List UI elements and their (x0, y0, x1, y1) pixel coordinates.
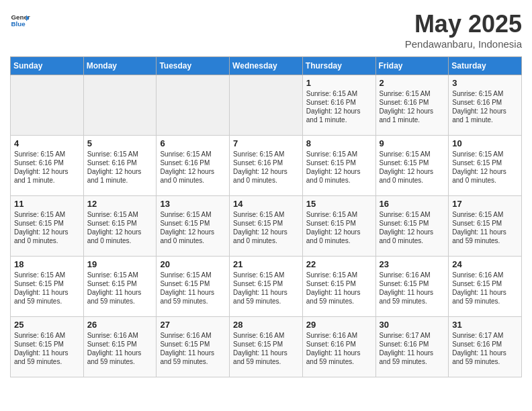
day-number: 17 (452, 199, 518, 209)
day-number: 2 (380, 78, 445, 88)
cell-info-line: Sunset: 6:16 PM (233, 158, 299, 167)
cell-info-line: Sunrise: 6:15 AM (160, 271, 226, 279)
cell-info-line: Daylight: 12 hours (233, 167, 299, 176)
logo-icon: General Blue (10, 10, 30, 30)
cell-info-line: and 0 minutes. (380, 176, 445, 185)
cell-info-line: and 59 minutes. (452, 236, 518, 245)
day-number: 20 (160, 259, 226, 269)
cell-info-line: and 1 minute. (14, 176, 80, 185)
calendar-cell: 29Sunrise: 6:16 AMSunset: 6:16 PMDayligh… (302, 317, 375, 377)
cell-info-line: Sunset: 6:15 PM (87, 219, 153, 228)
cell-info-line: Sunset: 6:16 PM (160, 158, 226, 167)
cell-info-line: Daylight: 11 hours (380, 349, 445, 357)
cell-info-line: and 59 minutes. (160, 297, 226, 306)
cell-info-line: Sunset: 6:15 PM (14, 219, 80, 228)
day-number: 19 (87, 259, 153, 269)
cell-info-line: Sunset: 6:15 PM (14, 340, 80, 349)
cell-info-line: and 0 minutes. (380, 236, 445, 245)
cell-info-line: Sunrise: 6:15 AM (14, 150, 80, 158)
cell-info-line: Daylight: 11 hours (160, 288, 226, 297)
cell-info-line: Daylight: 12 hours (380, 167, 445, 176)
day-number: 22 (306, 259, 372, 269)
calendar-cell: 24Sunrise: 6:16 AMSunset: 6:15 PMDayligh… (449, 257, 522, 317)
cell-info-line: and 59 minutes. (233, 357, 299, 366)
cell-info-line: Sunset: 6:16 PM (14, 158, 80, 167)
cell-info-line: Sunrise: 6:15 AM (306, 271, 372, 279)
cell-info-line: Sunset: 6:15 PM (160, 279, 226, 288)
cell-info-line: Sunset: 6:15 PM (87, 279, 153, 288)
cell-info-line: Sunset: 6:15 PM (233, 279, 299, 288)
cell-info-line: Daylight: 11 hours (233, 288, 299, 297)
cell-info-line: Sunrise: 6:15 AM (452, 210, 518, 219)
cell-info-line: and 0 minutes. (87, 236, 153, 245)
cell-info-line: and 1 minute. (380, 116, 445, 124)
calendar-cell: 16Sunrise: 6:15 AMSunset: 6:15 PMDayligh… (375, 196, 449, 257)
cell-info-line: and 59 minutes. (160, 357, 226, 366)
cell-info-line: Daylight: 11 hours (14, 349, 80, 357)
cell-info-line: Sunrise: 6:15 AM (160, 150, 226, 158)
cell-info-line: Sunset: 6:16 PM (380, 98, 445, 107)
cell-info-line: Sunrise: 6:15 AM (380, 210, 445, 219)
cell-info-line: Sunset: 6:15 PM (87, 340, 153, 349)
cell-info-line: Sunset: 6:15 PM (14, 279, 80, 288)
logo: General Blue (10, 10, 30, 30)
cell-info-line: Sunset: 6:16 PM (87, 158, 153, 167)
day-number: 4 (14, 138, 80, 148)
calendar-cell: 8Sunrise: 6:15 AMSunset: 6:15 PMDaylight… (302, 136, 375, 196)
cell-info-line: Sunrise: 6:16 AM (452, 271, 518, 279)
cell-info-line: Sunset: 6:15 PM (380, 158, 445, 167)
day-number: 5 (87, 138, 153, 148)
cell-info-line: and 0 minutes. (306, 236, 372, 245)
cell-info-line: Daylight: 12 hours (306, 167, 372, 176)
cell-info-line: Daylight: 11 hours (380, 288, 445, 297)
cell-info-line: Sunset: 6:15 PM (306, 279, 372, 288)
calendar-cell: 10Sunrise: 6:15 AMSunset: 6:15 PMDayligh… (449, 136, 522, 196)
cell-info-line: Daylight: 12 hours (452, 167, 518, 176)
calendar-cell: 15Sunrise: 6:15 AMSunset: 6:15 PMDayligh… (302, 196, 375, 257)
cell-info-line: and 0 minutes. (306, 176, 372, 185)
day-number: 1 (306, 78, 372, 88)
cell-info-line: Sunrise: 6:15 AM (233, 210, 299, 219)
cell-info-line: Sunset: 6:15 PM (306, 219, 372, 228)
day-number: 24 (452, 259, 518, 269)
cell-info-line: Sunrise: 6:15 AM (233, 271, 299, 279)
cell-info-line: Sunrise: 6:15 AM (87, 210, 153, 219)
cell-info-line: and 1 minute. (306, 116, 372, 124)
day-number: 29 (306, 320, 372, 330)
cell-info-line: and 59 minutes. (87, 297, 153, 306)
calendar-cell: 18Sunrise: 6:15 AMSunset: 6:15 PMDayligh… (11, 257, 84, 317)
cell-info-line: Daylight: 11 hours (452, 288, 518, 297)
calendar-cell (83, 75, 157, 136)
cell-info-line: Sunrise: 6:16 AM (233, 331, 299, 340)
calendar-cell: 5Sunrise: 6:15 AMSunset: 6:16 PMDaylight… (83, 136, 157, 196)
day-number: 13 (160, 199, 226, 209)
svg-text:Blue: Blue (11, 20, 26, 28)
cell-info-line: Sunset: 6:15 PM (380, 219, 445, 228)
day-number: 31 (452, 320, 518, 330)
cell-info-line: and 0 minutes. (233, 176, 299, 185)
calendar-cell: 23Sunrise: 6:16 AMSunset: 6:15 PMDayligh… (375, 257, 449, 317)
title-block: May 2025 Pendawanbaru, Indonesia (405, 10, 522, 50)
calendar-cell (157, 75, 230, 136)
day-number: 15 (306, 199, 372, 209)
day-number: 25 (14, 320, 80, 330)
cell-info-line: and 59 minutes. (87, 357, 153, 366)
col-header-sunday: Sunday (11, 57, 84, 75)
day-number: 18 (14, 259, 80, 269)
col-header-monday: Monday (83, 57, 157, 75)
cell-info-line: Sunrise: 6:15 AM (452, 89, 518, 98)
cell-info-line: Daylight: 12 hours (87, 167, 153, 176)
cell-info-line: Sunrise: 6:16 AM (14, 331, 80, 340)
calendar-cell: 13Sunrise: 6:15 AMSunset: 6:15 PMDayligh… (157, 196, 230, 257)
cell-info-line: Sunset: 6:16 PM (306, 98, 372, 107)
cell-info-line: Daylight: 12 hours (233, 228, 299, 236)
cell-info-line: Sunrise: 6:15 AM (306, 89, 372, 98)
calendar-cell: 1Sunrise: 6:15 AMSunset: 6:16 PMDaylight… (302, 75, 375, 136)
day-number: 9 (380, 138, 445, 148)
col-header-friday: Friday (375, 57, 449, 75)
cell-info-line: and 59 minutes. (452, 357, 518, 366)
cell-info-line: Sunrise: 6:15 AM (87, 150, 153, 158)
cell-info-line: Sunset: 6:15 PM (160, 219, 226, 228)
calendar-cell: 28Sunrise: 6:16 AMSunset: 6:15 PMDayligh… (230, 317, 303, 377)
cell-info-line: Daylight: 11 hours (14, 288, 80, 297)
